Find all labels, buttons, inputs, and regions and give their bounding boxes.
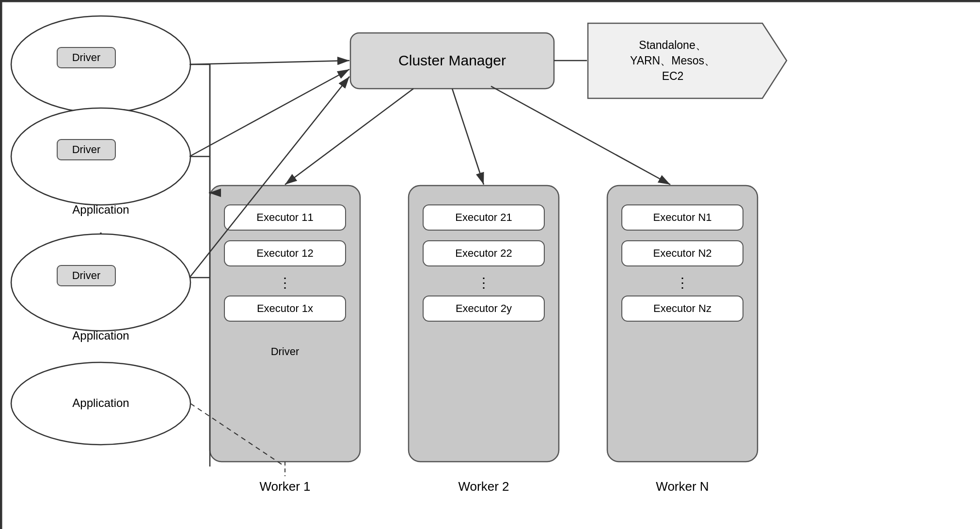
svg-text:Driver: Driver xyxy=(72,143,101,156)
svg-text:EC2: EC2 xyxy=(662,70,684,82)
svg-text:Executor 2y: Executor 2y xyxy=(456,302,512,314)
svg-text:YARN、Mesos、: YARN、Mesos、 xyxy=(630,54,715,67)
svg-text:Application: Application xyxy=(72,203,129,216)
svg-text:Executor 1x: Executor 1x xyxy=(257,302,313,314)
svg-text:Worker 2: Worker 2 xyxy=(458,479,509,494)
svg-text:⋮: ⋮ xyxy=(676,275,689,290)
svg-text:Application: Application xyxy=(72,396,129,409)
svg-text:Executor 21: Executor 21 xyxy=(455,211,512,223)
svg-text:Executor N1: Executor N1 xyxy=(653,211,711,223)
svg-text:Worker 1: Worker 1 xyxy=(260,479,311,494)
svg-text:Application: Application xyxy=(72,329,129,342)
svg-text:Executor 22: Executor 22 xyxy=(455,247,512,259)
svg-text:Driver: Driver xyxy=(72,51,101,63)
svg-text:Executor 11: Executor 11 xyxy=(256,211,313,223)
svg-text:Worker N: Worker N xyxy=(656,479,709,494)
svg-text:Cluster Manager: Cluster Manager xyxy=(398,52,506,68)
svg-text:Executor Nz: Executor Nz xyxy=(653,302,711,314)
svg-text:Executor 12: Executor 12 xyxy=(256,247,313,259)
svg-text:Standalone、: Standalone、 xyxy=(639,39,706,51)
svg-text:⋮: ⋮ xyxy=(278,275,292,290)
diagram-container: Driver Application Driver Application ⋮ … xyxy=(0,0,980,529)
svg-text:Driver: Driver xyxy=(72,269,101,281)
svg-text:Executor N2: Executor N2 xyxy=(653,247,711,259)
svg-text:Driver: Driver xyxy=(271,345,300,358)
svg-text:⋮: ⋮ xyxy=(477,275,490,290)
